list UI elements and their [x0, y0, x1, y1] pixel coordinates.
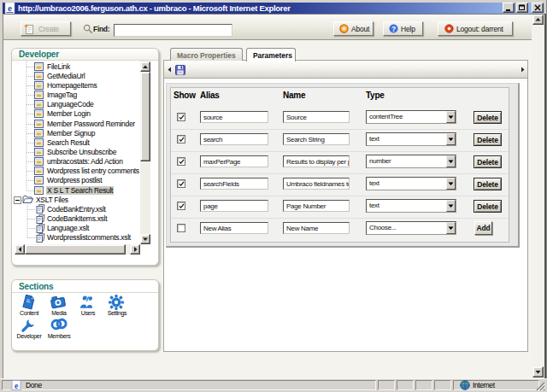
svg-text:e: e: [8, 3, 12, 13]
svg-text:?: ?: [391, 25, 396, 33]
svg-text:e: e: [15, 382, 18, 390]
